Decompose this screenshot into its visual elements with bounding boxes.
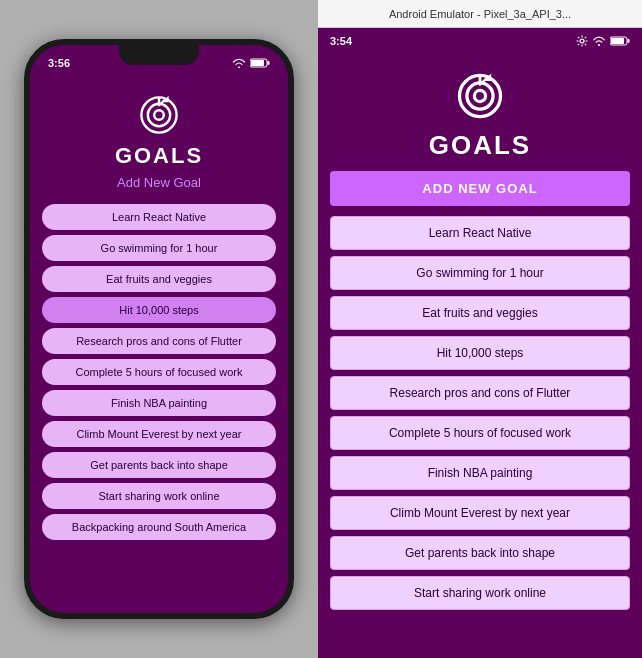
settings-icon [576, 35, 588, 47]
ios-time: 3:56 [48, 57, 70, 69]
android-goal-item[interactable]: Hit 10,000 steps [330, 336, 630, 370]
android-titlebar-label: Android Emulator - Pixel_3a_API_3... [389, 8, 571, 20]
android-goals-list: Learn React NativeGo swimming for 1 hour… [318, 216, 642, 610]
svg-point-13 [467, 83, 493, 109]
android-battery-icon [610, 36, 630, 46]
ios-goals-list: Learn React NativeGo swimming for 1 hour… [30, 204, 288, 540]
ios-goal-item[interactable]: Backpacking around South America [42, 514, 276, 540]
android-status-icons [576, 35, 630, 47]
android-time: 3:54 [330, 35, 352, 47]
ios-status-bar: 3:56 [30, 45, 288, 81]
android-title: GOALS [429, 130, 531, 161]
android-goal-item[interactable]: Research pros and cons of Flutter [330, 376, 630, 410]
ios-content: GOALS Add New Goal Learn React NativeGo … [30, 81, 288, 613]
ios-goal-item[interactable]: Climb Mount Everest by next year [42, 421, 276, 447]
ios-add-btn[interactable]: Add New Goal [117, 175, 201, 190]
android-status-bar: 3:54 [318, 28, 642, 54]
svg-point-14 [474, 90, 485, 101]
android-goal-item[interactable]: Finish NBA painting [330, 456, 630, 490]
android-goal-item[interactable]: Go swimming for 1 hour [330, 256, 630, 290]
ios-panel: 3:56 [0, 0, 318, 658]
android-wifi-icon [592, 36, 606, 46]
svg-point-4 [148, 104, 170, 126]
ios-goal-item[interactable]: Learn React Native [42, 204, 276, 230]
ios-device: 3:56 [24, 39, 294, 619]
android-add-new-button[interactable]: ADD NEW GOAL [330, 171, 630, 206]
android-panel: Android Emulator - Pixel_3a_API_3... 3:5… [318, 0, 642, 658]
battery-icon [250, 58, 270, 68]
ios-title: GOALS [115, 143, 203, 169]
target-icon [135, 91, 183, 139]
android-content: GOALS ADD NEW GOAL Learn React NativeGo … [318, 54, 642, 658]
ios-goal-item[interactable]: Get parents back into shape [42, 452, 276, 478]
svg-point-5 [154, 110, 164, 120]
ios-header: GOALS Add New Goal [115, 81, 203, 204]
android-goal-item[interactable]: Complete 5 hours of focused work [330, 416, 630, 450]
ios-status-icons [232, 58, 270, 68]
android-goal-item[interactable]: Eat fruits and veggies [330, 296, 630, 330]
svg-rect-11 [611, 38, 624, 44]
svg-rect-1 [268, 61, 270, 65]
android-target-icon [452, 68, 508, 124]
ios-notch [119, 45, 199, 65]
android-goal-item[interactable]: Start sharing work online [330, 576, 630, 610]
ios-goal-item[interactable]: Eat fruits and veggies [42, 266, 276, 292]
ios-goal-item[interactable]: Go swimming for 1 hour [42, 235, 276, 261]
svg-point-8 [580, 39, 584, 43]
wifi-icon [232, 58, 246, 68]
android-goal-item[interactable]: Learn React Native [330, 216, 630, 250]
svg-rect-10 [628, 39, 630, 43]
android-goal-item[interactable]: Climb Mount Everest by next year [330, 496, 630, 530]
android-titlebar: Android Emulator - Pixel_3a_API_3... [318, 0, 642, 28]
android-goal-item[interactable]: Get parents back into shape [330, 536, 630, 570]
ios-goal-item[interactable]: Research pros and cons of Flutter [42, 328, 276, 354]
ios-goal-item[interactable]: Start sharing work online [42, 483, 276, 509]
ios-goal-item[interactable]: Complete 5 hours of focused work [42, 359, 276, 385]
ios-goal-item[interactable]: Hit 10,000 steps [42, 297, 276, 323]
svg-rect-2 [251, 60, 264, 66]
ios-goal-item[interactable]: Finish NBA painting [42, 390, 276, 416]
android-header: GOALS [429, 54, 531, 171]
android-screen: 3:54 [318, 28, 642, 658]
